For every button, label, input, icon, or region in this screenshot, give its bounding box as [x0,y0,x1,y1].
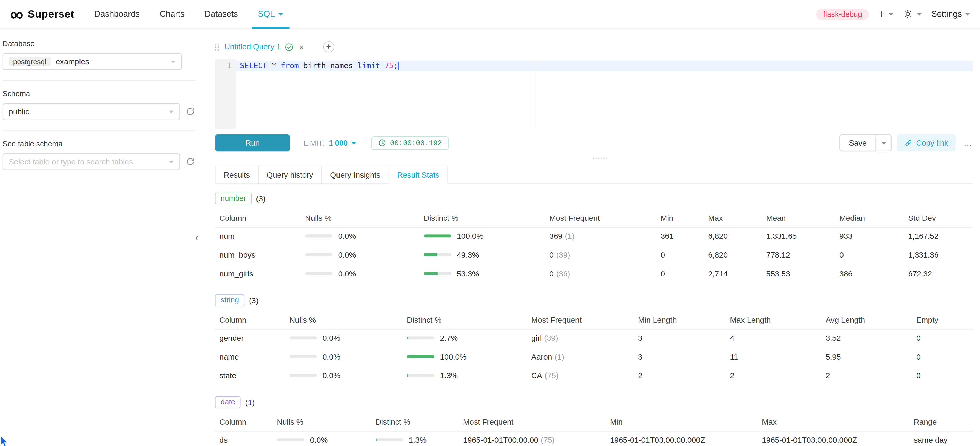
copy-link-button[interactable]: Copy link [897,134,956,151]
column-header: Min [656,210,704,227]
cell-value: 2 [730,371,734,380]
chevron-down-icon [169,160,173,163]
cell-value: 0 [916,334,921,343]
chevron-down-icon [889,13,894,16]
stats-cell: CA(75) [527,366,634,385]
database-label: Database [3,40,195,48]
cell-value: 386 [839,269,853,278]
stats-cell: 0.0% [301,246,419,264]
sql-operator: * [267,61,281,70]
drag-grip-icon[interactable] [215,43,220,50]
brand-name: Superset [28,8,74,20]
refresh-schemas-icon[interactable] [186,107,195,116]
type-row: date(1) [215,397,972,408]
column-header: Most Frequent [459,414,606,430]
text-cursor [398,62,399,70]
percent-bar [424,272,451,275]
stats-cell: 49.3% [419,246,545,264]
close-tab-icon[interactable]: × [299,43,304,51]
stats-cell: 3 [634,348,725,366]
tab-result-stats[interactable]: Result Stats [388,166,448,184]
stats-cell: same day [909,431,972,446]
table-schema-group: See table schema Select table or type to… [3,139,195,180]
stats-cell: gender [215,329,285,348]
cell-value: same day [914,436,948,445]
cell-value: girl [531,334,542,343]
database-select[interactable]: postgresql examples [3,53,182,70]
superset-logo[interactable]: ∞ Superset [10,6,74,22]
sql-number: 75 [380,61,394,70]
cell-sub-value: (1) [565,232,574,241]
save-button[interactable]: Save [840,134,876,151]
percent-bar-fill [424,235,451,238]
refresh-tables-icon[interactable] [186,157,195,166]
cell-value: 0 [916,352,921,362]
stats-cell: 1,331.36 [904,246,972,264]
cell-value: state [220,371,236,380]
stats-cell: 5.95 [821,348,912,366]
limit-dropdown[interactable]: LIMIT: 1 000 [304,139,356,147]
column-header: Range [909,414,972,430]
sql-editor-panel: Untitled Query 1 × + 1 SELECT * from bir… [206,29,980,446]
save-dropdown-button[interactable] [876,134,892,151]
cell-value: 933 [839,232,853,241]
stats-section-number: number(3)ColumnNulls %Distinct %Most Fre… [215,193,972,283]
cell-value: 553.53 [766,269,790,278]
line-number-gutter: 1 [215,59,235,129]
stats-cell: 0 [912,329,972,348]
run-button[interactable]: Run [215,134,290,151]
code-area[interactable]: SELECT * from birth_names limit 75; [235,59,972,129]
cell-value: 4 [730,334,734,343]
type-count: (3) [249,296,259,305]
pane-resize-handle[interactable] [215,155,972,161]
settings-menu[interactable]: Settings [931,9,970,19]
environment-badge: flask-debug [816,8,869,20]
stats-cell: 0.0% [301,264,419,284]
add-query-tab-button[interactable]: + [323,41,334,53]
stats-cell: 3 [634,329,725,348]
tab-query-insights[interactable]: Query Insights [321,166,389,184]
percent-bar-fill [376,438,377,441]
settings-label: Settings [931,9,962,19]
schema-select[interactable]: public [3,103,180,120]
percent-bar [289,374,317,377]
stats-cell: 2,714 [704,264,762,284]
cell-sub-value: (75) [545,371,558,380]
add-new-button[interactable]: + [878,10,894,19]
type-count: (3) [256,194,266,203]
stats-cell: 0(36) [545,264,656,284]
stats-header-row: ColumnNulls %Distinct %Most FrequentMinM… [215,210,972,227]
chevron-down-icon [965,13,970,16]
stats-header-row: ColumnNulls %Distinct %Most FrequentMinM… [215,414,972,430]
cell-value: 2,714 [708,269,728,278]
line-number: 1 [227,61,231,70]
query-timer: 00:00:00.192 [371,136,449,150]
cell-value: 1965-01-01T00:00:00 [463,436,538,445]
percent-bar [424,253,451,256]
column-header: Nulls % [301,210,419,227]
more-options-button[interactable]: ... [964,138,972,147]
stats-cell: 6,820 [704,246,762,264]
column-header: Column [215,312,285,329]
nav-sql[interactable]: SQL [248,0,293,29]
theme-toggle-button[interactable] [904,9,922,19]
column-header: Max Length [725,312,821,329]
type-chip: date [215,397,241,408]
stats-cell: 1,331.65 [762,227,835,246]
cell-sub-value: (75) [541,436,555,445]
collapse-sidebar-button[interactable]: ‹ [195,233,199,243]
nav-charts[interactable]: Charts [150,0,194,29]
tab-query-history[interactable]: Query history [258,166,322,184]
percent-bar [277,438,304,441]
nav-datasets[interactable]: Datasets [194,0,248,29]
stats-cell: 0.0% [285,366,402,385]
tab-results[interactable]: Results [215,166,259,184]
nav-dashboards[interactable]: Dashboards [84,0,150,29]
query-tab[interactable]: Untitled Query 1 × [215,43,304,51]
cell-value: 0 [839,251,844,260]
stats-cell: 0.0% [301,227,419,246]
stats-cell: state [215,366,285,385]
query-tab-bar: Untitled Query 1 × + [215,37,972,56]
stats-header-row: ColumnNulls %Distinct %Most FrequentMin … [215,312,972,329]
table-select[interactable]: Select table or type to search tables [3,153,180,170]
